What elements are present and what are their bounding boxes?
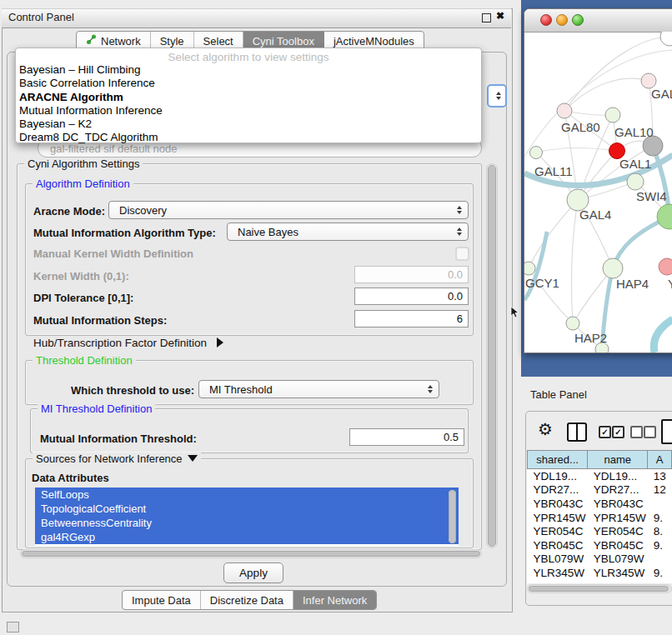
table-cell[interactable]: 9. xyxy=(648,566,672,580)
table-cell[interactable]: YIL052C xyxy=(528,580,588,583)
table-cell[interactable]: 13 xyxy=(648,469,672,483)
document-icon[interactable] xyxy=(661,419,672,444)
network-node-gal11[interactable] xyxy=(530,147,543,159)
table-cell[interactable]: YDL19... xyxy=(588,469,648,483)
deselect-all-checkbox-icon-2[interactable] xyxy=(644,426,656,438)
table-cell[interactable]: YDL19... xyxy=(528,469,588,483)
network-node-gcy1[interactable] xyxy=(524,262,535,275)
attributes-list-scrollbar[interactable] xyxy=(449,490,456,543)
attribute-item-gal4rgexp[interactable]: gal4RGexp xyxy=(35,530,459,544)
table-cell[interactable]: YLR345W xyxy=(528,566,588,580)
table-row[interactable]: YDR27...YDR27...12 xyxy=(528,483,672,498)
network-node-gal10[interactable] xyxy=(605,108,620,122)
network-edge[interactable] xyxy=(571,200,578,323)
network-node-hap2[interactable] xyxy=(566,317,579,330)
network-node-y[interactable] xyxy=(659,258,672,275)
algorithm-option-aracne-algorithm[interactable]: ARACNE Algorithm xyxy=(19,91,478,104)
table-cell[interactable]: YIL052C xyxy=(588,580,648,583)
tab-infer-network[interactable]: Infer Network xyxy=(293,591,376,609)
table-cell[interactable]: YBR045C xyxy=(588,538,648,552)
minimized-panel-icon[interactable] xyxy=(7,622,19,632)
algorithm-combo-fragment[interactable] xyxy=(487,84,507,108)
table-cell[interactable]: YDR27... xyxy=(588,483,648,498)
network-edge-highlighted[interactable] xyxy=(654,319,672,352)
table-cell[interactable]: YER054C xyxy=(588,524,648,538)
aracne-mode-combo[interactable]: Discovery xyxy=(108,201,469,219)
attribute-item-selfloops[interactable]: SelfLoops xyxy=(35,488,459,502)
table-cell[interactable]: YPR145W xyxy=(528,511,588,525)
table-cell[interactable]: 9. xyxy=(648,580,672,583)
table-row[interactable]: YDL19...YDL19...13 xyxy=(528,469,672,483)
data-attributes-list[interactable]: SelfLoopsTopologicalCoefficientBetweenne… xyxy=(35,488,459,546)
algorithm-option-dream8-dc-tdc-algorithm[interactable]: Dream8 DC_TDC Algorithm xyxy=(19,131,478,144)
table-cell[interactable]: YBL079W xyxy=(528,552,588,567)
close-window-icon[interactable] xyxy=(540,14,552,26)
combo-stepper-icon xyxy=(457,228,462,236)
table-row[interactable]: YER054CYER054C8. xyxy=(528,524,672,538)
deselect-all-checkbox-icon-1[interactable] xyxy=(630,426,643,438)
network-edge[interactable] xyxy=(536,148,617,153)
manual-kernel-width-checkbox[interactable] xyxy=(455,247,469,261)
algorithm-option-basic-correlation-inference[interactable]: Basic Correlation Inference xyxy=(19,77,478,90)
table-row[interactable]: YPR145WYPR145W9. xyxy=(528,511,672,525)
float-window-icon[interactable] xyxy=(482,13,491,22)
minimize-window-icon[interactable] xyxy=(556,14,568,26)
network-edge[interactable] xyxy=(529,200,578,268)
table-cell[interactable]: YER054C xyxy=(528,524,588,538)
select-all-checkbox-icon-2[interactable]: ✓ xyxy=(612,426,624,438)
network-node[interactable] xyxy=(657,204,672,229)
select-all-checkbox-icon-1[interactable]: ✓ xyxy=(599,426,611,438)
apply-button[interactable]: Apply xyxy=(223,562,283,583)
kernel-width-field[interactable]: 0.0 xyxy=(354,266,469,283)
algorithm-option-bayesian-hill-climbing[interactable]: Bayesian – Hill Climbing xyxy=(19,63,478,77)
table-horizontal-scrollbar[interactable] xyxy=(527,584,672,593)
close-icon[interactable]: ✖ xyxy=(496,10,504,22)
network-node[interactable] xyxy=(660,32,672,46)
table-cell[interactable]: YPR145W xyxy=(588,511,648,525)
network-window-titlebar[interactable] xyxy=(524,9,672,32)
zoom-window-icon[interactable] xyxy=(572,14,584,26)
table-cell[interactable]: 9. xyxy=(648,511,672,525)
attribute-item-betweennesscentrality[interactable]: BetweennessCentrality xyxy=(35,516,459,530)
mi-algorithm-type-combo[interactable]: Naive Bayes xyxy=(227,222,469,241)
hub-definition-expander[interactable]: Hub/Transcription Factor Definition xyxy=(33,337,223,349)
network-node-hap4[interactable] xyxy=(603,258,623,278)
settings-vertical-scrollbar[interactable] xyxy=(486,163,498,548)
mi-steps-field[interactable]: 6 xyxy=(354,310,469,328)
tab-impute-data[interactable]: Impute Data xyxy=(123,591,201,609)
table-cell[interactable] xyxy=(648,552,672,567)
column-header-name[interactable]: name xyxy=(588,451,648,469)
table-cell[interactable]: YBL079W xyxy=(588,552,648,567)
dpi-tolerance-field[interactable]: 0.0 xyxy=(354,288,469,305)
algorithm-option-bayesian-k2[interactable]: Bayesian – K2 xyxy=(19,118,478,131)
tab-discretize-data[interactable]: Discretize Data xyxy=(201,591,293,609)
network-node-swi4[interactable] xyxy=(627,173,644,190)
which-threshold-combo[interactable]: MI Threshold xyxy=(198,380,439,398)
column-header-a[interactable]: A xyxy=(648,451,672,469)
table-cell[interactable]: 9. xyxy=(648,538,672,552)
table-cell[interactable]: YDR27... xyxy=(528,483,588,498)
table-cell[interactable]: YBR043C xyxy=(588,497,648,511)
mi-steps-label: Mutual Information Steps: xyxy=(33,314,167,327)
table-cell[interactable]: 8. xyxy=(648,524,672,538)
columns-icon[interactable] xyxy=(567,422,587,442)
settings-horizontal-scrollbar[interactable] xyxy=(20,549,482,558)
table-row[interactable]: YIL052CYIL052C9. xyxy=(528,580,672,583)
table-cell[interactable] xyxy=(648,497,672,511)
table-row[interactable]: YLR345WYLR345W9. xyxy=(528,566,672,580)
table-cell[interactable]: YLR345W xyxy=(588,566,648,580)
table-cell[interactable]: YBR043C xyxy=(528,497,588,511)
attribute-item-topologicalcoefficient[interactable]: TopologicalCoefficient xyxy=(35,502,459,516)
mi-threshold-field[interactable]: 0.5 xyxy=(349,428,464,446)
network-node-gal80[interactable] xyxy=(557,103,572,118)
table-row[interactable]: YBR043CYBR043C xyxy=(528,497,672,511)
column-header-shared-[interactable]: shared... xyxy=(528,451,588,469)
algorithm-option-mutual-information-inference[interactable]: Mutual Information Inference xyxy=(19,104,478,118)
table-row[interactable]: YBL079WYBL079W xyxy=(528,552,672,567)
table-row[interactable]: YBR045CYBR045C9. xyxy=(528,538,672,552)
table-cell[interactable]: YBR045C xyxy=(528,538,588,552)
network-graph-canvas[interactable]: GALGAL80GAL10GAL1GAL11SWI4GAL4GCY1HAP4YH… xyxy=(524,32,672,353)
table-cell[interactable]: 12 xyxy=(648,483,672,498)
node-table[interactable]: shared...nameA YDL19...YDL19...13YDR27..… xyxy=(527,450,672,583)
gear-icon[interactable]: ⚙ xyxy=(538,421,553,438)
